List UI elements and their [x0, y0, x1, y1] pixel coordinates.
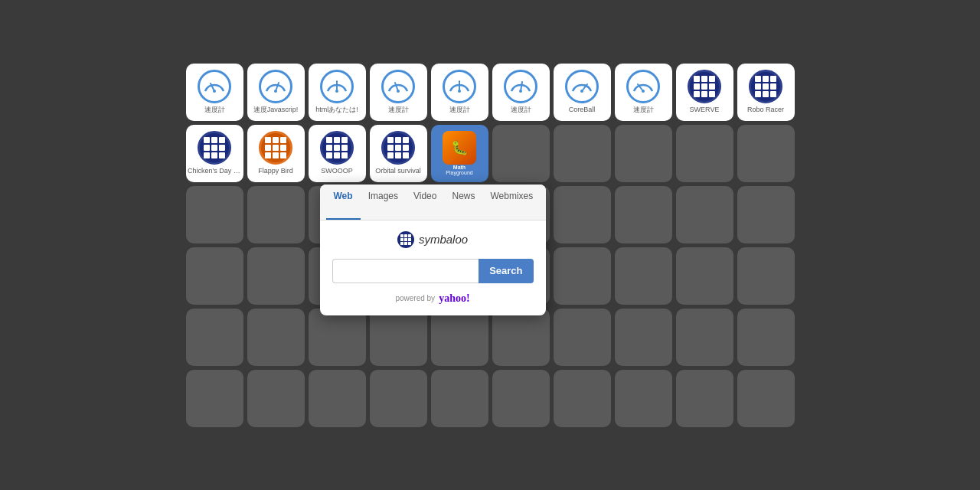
empty-6-5 — [431, 370, 488, 427]
gauge-icon-2 — [259, 70, 292, 103]
gauge-icon-3 — [320, 70, 354, 103]
empty-3-8 — [615, 186, 672, 243]
tile-label-8: 速度計 — [633, 106, 654, 114]
yahoo-logo: yahoo! — [439, 292, 469, 305]
bug-emoji: 🐛 — [451, 139, 468, 156]
empty-6-8 — [615, 370, 672, 427]
tile-label-7: CoreBall — [569, 106, 596, 114]
empty-6-10 — [737, 370, 795, 427]
empty-tile-2-9 — [676, 125, 733, 182]
gauge-icon-7 — [565, 70, 599, 103]
search-input[interactable] — [332, 259, 479, 283]
symbaloo-grid-icon — [400, 234, 411, 245]
empty-3-1 — [186, 186, 243, 243]
tile-orbital[interactable]: Orbital survival — [370, 125, 427, 182]
empty-6-4 — [370, 370, 427, 427]
tile-label-robo: Robo Racer — [747, 106, 784, 114]
tile-speed-1[interactable]: 速度計 — [186, 64, 243, 121]
empty-5-4 — [370, 309, 427, 366]
tile-label-flappy: Flappy Bird — [258, 168, 293, 175]
empty-5-7 — [554, 309, 611, 366]
tile-label-2: 速度Javascrip! — [253, 106, 299, 114]
empty-5-1 — [186, 309, 243, 366]
svg-point-9 — [458, 90, 461, 93]
gauge-icon-4 — [381, 70, 415, 103]
tile-speed-2[interactable]: 速度Javascrip! — [247, 64, 305, 121]
tile-label-swooop: SWOOOP — [321, 168, 353, 175]
symbaloo-logo: symbaloo — [397, 231, 468, 248]
empty-3-7 — [554, 186, 611, 243]
tile-speed-8[interactable]: 速度計 — [615, 64, 672, 121]
empty-5-3 — [309, 309, 366, 366]
tile-label-1: 速度計 — [204, 106, 225, 114]
svg-point-7 — [397, 90, 400, 93]
svg-point-13 — [580, 90, 583, 93]
empty-5-2 — [247, 309, 305, 366]
tile-speed-4[interactable]: 速度計 — [370, 64, 427, 121]
math-label-top: Math — [453, 165, 466, 170]
empty-6-7 — [554, 370, 611, 427]
empty-6-2 — [247, 370, 305, 427]
swooop-icon — [320, 131, 354, 165]
search-tabs: Web Images Video News Webmixes Learning … — [320, 185, 546, 220]
search-popup: Web Images Video News Webmixes Learning … — [320, 185, 546, 315]
empty-tile-2-6 — [492, 125, 550, 182]
tile-label-chicken: Chicken's Day Off — [188, 168, 241, 175]
empty-tile-2-8 — [615, 125, 672, 182]
empty-5-9 — [676, 309, 733, 366]
tab-web[interactable]: Web — [326, 185, 361, 220]
empty-5-5 — [431, 309, 488, 366]
tile-math-playground[interactable]: 🐛 Math Playground — [431, 125, 488, 182]
grid-dots-orbital — [387, 137, 409, 158]
tile-flappy[interactable]: Flappy Bird — [247, 125, 305, 182]
tab-news[interactable]: News — [444, 185, 482, 220]
grid-dots-flappy — [265, 137, 286, 158]
grid-dots-swerve — [694, 76, 715, 97]
tile-label-4: 速度計 — [388, 106, 409, 114]
symbaloo-logo-icon — [397, 231, 414, 248]
tile-speed-5[interactable]: 速度計 — [431, 64, 488, 121]
grid-dots-swooop — [326, 137, 348, 158]
math-label-container: Math Playground — [446, 165, 472, 175]
empty-tile-2-10 — [737, 125, 795, 182]
tab-learning-paths[interactable]: Learning Paths — [541, 185, 545, 220]
swerve-icon — [688, 70, 721, 103]
search-button[interactable]: Search — [479, 259, 533, 283]
tile-label-6: 速度計 — [511, 106, 531, 114]
orbital-icon — [381, 131, 415, 165]
empty-5-10 — [737, 309, 795, 366]
tile-label-swerve: SWERVE — [690, 106, 720, 114]
tile-label-orbital: Orbital survival — [375, 168, 421, 175]
empty-5-6 — [492, 309, 550, 366]
tile-label-3: htmlあなたは! — [315, 106, 358, 114]
tab-video[interactable]: Video — [406, 185, 444, 220]
tile-swooop[interactable]: SWOOOP — [309, 125, 366, 182]
tile-speed-6[interactable]: 速度計 — [492, 64, 550, 121]
tile-robo-racer[interactable]: Robo Racer — [737, 64, 795, 121]
robo-racer-icon — [749, 70, 782, 103]
tile-coreball[interactable]: CoreBall — [554, 64, 611, 121]
flappy-icon — [259, 131, 292, 165]
tile-speed-3[interactable]: htmlあなたは! — [309, 64, 366, 121]
empty-3-2 — [247, 186, 305, 243]
svg-point-3 — [274, 90, 277, 93]
empty-4-7 — [554, 247, 611, 305]
svg-point-11 — [519, 90, 522, 93]
svg-point-1 — [213, 90, 216, 93]
grid-dots-robo — [755, 76, 776, 97]
empty-3-10 — [737, 186, 795, 243]
gauge-icon-8 — [626, 70, 660, 103]
grid-dots-chicken — [204, 137, 225, 158]
tile-chicken[interactable]: Chicken's Day Off — [186, 125, 243, 182]
search-row: Search — [332, 259, 534, 283]
tab-images[interactable]: Images — [361, 185, 406, 220]
powered-by-label: powered by — [395, 294, 435, 302]
empty-4-2 — [247, 247, 305, 305]
math-label-bottom: Playground — [446, 170, 472, 175]
empty-6-1 — [186, 370, 243, 427]
tab-webmixes[interactable]: Webmixes — [482, 185, 541, 220]
math-playground-icon: 🐛 — [443, 131, 476, 165]
empty-5-8 — [615, 309, 672, 366]
empty-4-10 — [737, 247, 795, 305]
tile-swerve[interactable]: SWERVE — [676, 64, 733, 121]
